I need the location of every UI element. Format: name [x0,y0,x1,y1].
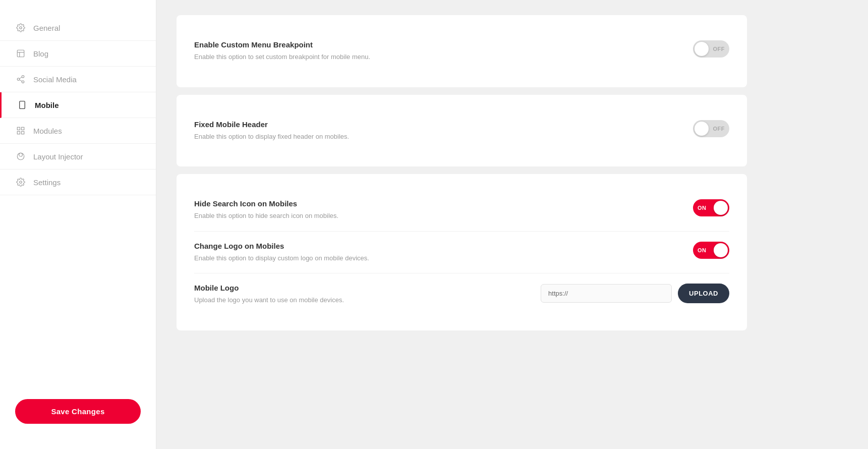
setting-title-fixed-header: Fixed Mobile Header [194,120,349,129]
toggle-hide-search[interactable]: ON [693,199,729,216]
sidebar-item-settings[interactable]: Settings [0,170,156,195]
setting-desc-custom-menu: Enable this option to set custom breakpo… [194,52,370,62]
svg-rect-12 [22,127,24,130]
setting-label-hide-search: Hide Search Icon on Mobiles Enable this … [194,199,338,221]
social-icon [15,74,26,85]
sidebar: General Blog Social Media Mobile Modules [0,0,156,449]
toggle-thumb-2 [695,122,709,136]
save-btn-container: Save Changes [0,389,156,439]
blog-icon [15,48,26,59]
setting-desc-fixed-header: Enable this option to display fixed head… [194,132,349,142]
gear-icon [15,22,26,33]
toggle-container-change-logo[interactable]: ON [693,242,729,259]
sidebar-nav: General Blog Social Media Mobile Modules [0,10,156,389]
setting-title-custom-menu: Enable Custom Menu Breakpoint [194,40,370,49]
setting-title-change-logo: Change Logo on Mobiles [194,242,369,250]
setting-title-mobile-logo: Mobile Logo [194,284,344,292]
sidebar-item-label: Modules [33,127,62,135]
sidebar-item-label: Social Media [33,75,77,84]
setting-label-fixed-header: Fixed Mobile Header Enable this option t… [194,120,349,142]
svg-rect-13 [17,132,20,134]
sidebar-item-modules[interactable]: Modules [0,118,156,144]
logo-url-input[interactable] [541,284,672,303]
toggle-fixed-header[interactable]: OFF [693,120,729,137]
logo-upload-row: UPLOAD [541,284,729,303]
card-mobile-options: Hide Search Icon on Mobiles Enable this … [177,174,747,330]
toggle-on-label-2: ON [698,247,707,253]
sidebar-item-mobile[interactable]: Mobile [0,92,156,118]
toggle-container-hide-search[interactable]: ON [693,199,729,216]
sidebar-item-label: Settings [33,178,61,187]
sidebar-item-label: General [33,24,60,32]
setting-desc-mobile-logo: Upload the logo you want to use on mobil… [194,295,344,305]
svg-point-6 [22,81,24,83]
toggle-custom-menu[interactable]: OFF [693,40,729,58]
svg-rect-9 [20,101,25,109]
toggle-change-logo[interactable]: ON [693,242,729,259]
setting-row-fixed-header: Fixed Mobile Header Enable this option t… [194,110,729,152]
upload-button[interactable]: UPLOAD [678,284,729,303]
settings-icon [15,177,26,188]
toggle-off-label-2: OFF [713,126,725,132]
sidebar-item-blog[interactable]: Blog [0,41,156,67]
svg-point-5 [17,78,20,81]
sidebar-item-layout-injector[interactable]: Layout Injector [0,144,156,170]
svg-point-4 [22,76,24,78]
svg-rect-1 [17,50,24,57]
toggle-thumb-4 [714,243,728,257]
toggle-container-custom-menu[interactable]: OFF [693,40,729,58]
sidebar-item-general[interactable]: General [0,15,156,41]
setting-row-change-logo: Change Logo on Mobiles Enable this optio… [194,231,729,273]
setting-desc-change-logo: Enable this option to display custom log… [194,253,369,263]
right-panel [767,0,868,449]
modules-icon [15,125,26,136]
toggle-thumb [695,42,709,56]
setting-desc-hide-search: Enable this option to hide search icon o… [194,211,338,221]
setting-row-mobile-logo: Mobile Logo Upload the logo you want to … [194,273,729,315]
svg-rect-14 [22,132,24,134]
svg-rect-11 [17,127,20,130]
sidebar-item-social-media[interactable]: Social Media [0,67,156,92]
main-content: Enable Custom Menu Breakpoint Enable thi… [156,0,767,449]
card-custom-menu-breakpoint: Enable Custom Menu Breakpoint Enable thi… [177,15,747,87]
sidebar-item-label: Layout Injector [33,152,83,161]
svg-point-16 [20,181,22,184]
setting-row-custom-menu: Enable Custom Menu Breakpoint Enable thi… [194,30,729,72]
toggle-off-label: OFF [713,46,725,52]
setting-label-custom-menu: Enable Custom Menu Breakpoint Enable thi… [194,40,370,62]
mobile-icon [17,99,28,110]
toggle-thumb-3 [714,201,728,215]
layout-icon [15,151,26,162]
setting-row-hide-search: Hide Search Icon on Mobiles Enable this … [194,189,729,231]
logo-upload-container: UPLOAD [541,284,729,303]
toggle-container-fixed-header[interactable]: OFF [693,120,729,137]
save-changes-button[interactable]: Save Changes [15,399,141,424]
sidebar-item-label: Mobile [35,101,59,109]
setting-label-mobile-logo: Mobile Logo Upload the logo you want to … [194,284,344,305]
sidebar-item-label: Blog [33,49,48,58]
toggle-on-label: ON [698,205,707,211]
card-fixed-mobile-header: Fixed Mobile Header Enable this option t… [177,95,747,167]
setting-label-change-logo: Change Logo on Mobiles Enable this optio… [194,242,369,263]
svg-line-8 [19,77,22,79]
setting-title-hide-search: Hide Search Icon on Mobiles [194,199,338,208]
svg-line-7 [19,80,22,81]
svg-point-0 [20,27,22,29]
